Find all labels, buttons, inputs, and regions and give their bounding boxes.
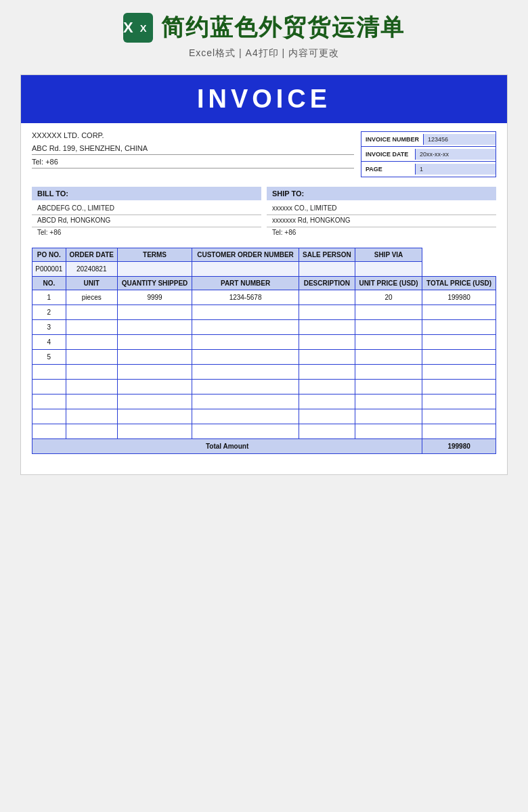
page-value: 1 [416,164,496,175]
table-row: 3 [32,320,496,335]
po-data-row: P000001 20240821 [32,262,496,277]
sender-address: ABC Rd. 199, SHENZHEN, CHINA [32,144,354,155]
sender-company: XXXXXX LTD. CORP. [32,131,354,141]
col-ship-via: SHIP VIA [355,248,422,262]
col-unit-price: UNIT PRICE (USD) [355,277,422,290]
bill-to-address: ABCD Rd, HONGKONG [32,215,261,227]
total-row: Total Amount 199980 [32,439,496,454]
col-total-price: TOTAL PRICE (USD) [422,277,496,290]
svg-text:X: X [139,23,146,34]
table-header-row-2: NO. UNIT QUANTITY SHIPPED PART NUMBER DE… [32,277,496,290]
page-label: PAGE [361,164,416,175]
bottom-spacer [21,454,507,474]
sender-area: XXXXXX LTD. CORP. ABC Rd. 199, SHENZHEN,… [21,123,507,183]
item-qty: 9999 [117,290,192,305]
excel-icon: X [123,13,153,43]
invoice-date-label: INVOICE DATE [361,149,416,160]
col-sale-person: SALE PERSON [299,248,355,262]
table-row: 2 [32,305,496,320]
col-customer-order: CUSTOMER ORDER NUMBER [192,248,299,262]
sale-person-value [299,262,355,277]
page-title: 简约蓝色外贸货运清单 [161,12,405,43]
col-quantity-shipped: QUANTITY SHIPPED [117,277,192,290]
order-date: 20240821 [66,262,117,277]
col-no: NO. [32,277,66,290]
table-row [32,424,496,439]
title-row: X 简约蓝色外贸货运清单 [123,12,405,43]
item-part: 1234-5678 [192,290,299,305]
table-row: 4 [32,335,496,350]
item-total-price: 199980 [422,290,496,305]
invoice-title: INVOICE [21,85,507,114]
bill-to-company: ABCDEFG CO., LIMITED [32,203,261,215]
ship-via-value [355,262,422,277]
item-no: 4 [32,335,66,350]
page-row: PAGE 1 [361,162,496,177]
bill-to-header: BILL TO: [32,187,261,200]
customer-order-value [192,262,299,277]
page-header: X 简约蓝色外贸货运清单 Excel格式 | A4打印 | 内容可更改 [0,0,528,68]
col-unit: UNIT [66,277,117,290]
invoice-date-row: INVOICE DATE 20xx-xx-xx [361,147,496,162]
ship-to-box: SHIP TO: xxxxxx CO., LIMITED xxxxxxx Rd,… [267,187,496,240]
col-terms: TERMS [117,248,192,262]
invoice-meta: INVOICE NUMBER 123456 INVOICE DATE 20xx-… [361,131,496,177]
total-label: Total Amount [32,439,422,454]
invoice-date-value: 20xx-xx-xx [416,149,496,160]
invoice-number-label: INVOICE NUMBER [361,134,424,145]
po-number: P000001 [32,262,66,277]
col-po-no: PO NO. [32,248,66,262]
table-row [32,365,496,380]
invoice-number-value: 123456 [424,134,496,145]
sender-tel: Tel: +86 [32,158,354,168]
ship-to-address: xxxxxxx Rd, HONGKONG [267,215,496,227]
page-subtitle: Excel格式 | A4打印 | 内容可更改 [189,47,339,60]
item-no: 2 [32,305,66,320]
col-order-date: ORDER DATE [66,248,117,262]
terms-value [117,262,192,277]
item-no: 3 [32,320,66,335]
col-description: DESCRIPTION [299,277,355,290]
table-row: 5 [32,350,496,365]
table-row: 1 pieces 9999 1234-5678 20 199980 [32,290,496,305]
bill-to-box: BILL TO: ABCDEFG CO., LIMITED ABCD Rd, H… [32,187,261,240]
item-no: 5 [32,350,66,365]
table-row [32,409,496,424]
item-unit: pieces [66,290,117,305]
invoice-banner: INVOICE [21,75,507,123]
item-no: 1 [32,290,66,305]
invoice-document: INVOICE XXXXXX LTD. CORP. ABC Rd. 199, S… [20,74,508,475]
table-row [32,380,496,394]
col-part-number: PART NUMBER [192,277,299,290]
invoice-number-row: INVOICE NUMBER 123456 [361,132,496,147]
ship-to-header: SHIP TO: [267,187,496,200]
ship-to-company: xxxxxx CO., LIMITED [267,203,496,215]
item-desc [299,290,355,305]
sender-info: XXXXXX LTD. CORP. ABC Rd. 199, SHENZHEN,… [32,131,354,177]
bill-to-tel: Tel: +86 [32,227,261,240]
table-header-row-1: PO NO. ORDER DATE TERMS CUSTOMER ORDER N… [32,248,496,262]
item-unit-price: 20 [355,290,422,305]
ship-to-tel: Tel: +86 [267,227,496,240]
total-value: 199980 [422,439,496,454]
invoice-table: PO NO. ORDER DATE TERMS CUSTOMER ORDER N… [32,248,496,454]
bill-ship-area: BILL TO: ABCDEFG CO., LIMITED ABCD Rd, H… [32,187,496,240]
table-row [32,394,496,409]
